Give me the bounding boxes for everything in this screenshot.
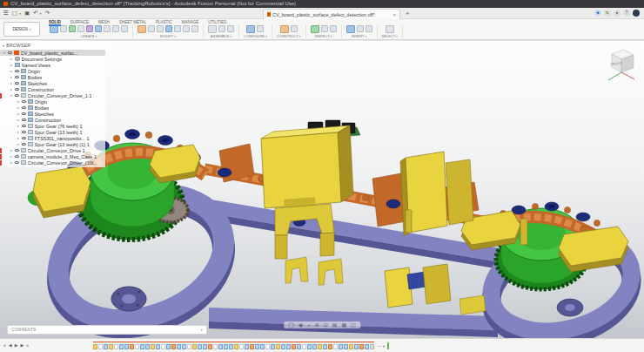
sweep-icon[interactable] xyxy=(86,25,93,32)
browser-header[interactable]: ▾ BROWSER xyxy=(0,42,105,50)
tab-utilities[interactable]: UTILITIES xyxy=(208,20,226,24)
browser-item[interactable]: ▸Construction xyxy=(0,117,105,123)
notifications-bell-icon[interactable]: ● xyxy=(614,10,621,17)
browser-item[interactable]: ▸Bodies xyxy=(0,74,105,80)
expand-caret-icon[interactable]: ▸ xyxy=(10,154,13,159)
orbit-icon[interactable]: ◯ xyxy=(288,322,294,328)
timeline-marker[interactable] xyxy=(292,344,296,349)
visibility-eye-icon[interactable] xyxy=(15,94,19,97)
visibility-eye-icon[interactable] xyxy=(22,131,26,133)
look-at-icon[interactable]: ◉ xyxy=(299,322,303,328)
timeline-marker[interactable] xyxy=(276,344,280,349)
as-built-joint-icon[interactable] xyxy=(218,25,225,32)
configuration-table-icon[interactable] xyxy=(257,25,264,32)
browser-item[interactable]: ▸Circular_Conveyor_Drive 1 xyxy=(0,147,105,153)
timeline-marker[interactable] xyxy=(323,344,327,349)
press-pull-icon[interactable] xyxy=(138,25,146,33)
timeline-marker[interactable] xyxy=(187,344,191,349)
select-cursor-icon[interactable] xyxy=(386,25,394,33)
shell-icon[interactable] xyxy=(157,25,164,32)
visibility-eye-icon[interactable] xyxy=(15,149,19,152)
visibility-eye-icon[interactable] xyxy=(15,70,19,72)
browser-item[interactable]: ▸Named Views xyxy=(0,62,105,68)
timeline-marker[interactable] xyxy=(145,344,150,349)
visibility-eye-icon[interactable] xyxy=(15,82,19,85)
timeline-marker[interactable] xyxy=(213,344,218,349)
visibility-eye-icon[interactable] xyxy=(22,125,26,127)
expand-caret-icon[interactable]: ▸ xyxy=(17,130,20,134)
timeline-marker[interactable] xyxy=(286,344,291,349)
expand-caret-icon[interactable]: ▸ xyxy=(17,124,20,128)
timeline-marker[interactable] xyxy=(302,344,306,349)
hole-icon[interactable] xyxy=(104,25,111,32)
box-icon[interactable] xyxy=(121,25,128,32)
new-tab-button[interactable]: + xyxy=(406,10,410,18)
visibility-eye-icon[interactable] xyxy=(22,143,26,146)
model-canvas[interactable]: ▾ BROWSER ▾CV_board_plastic_surfac...▸Do… xyxy=(0,41,644,338)
visibility-eye-icon[interactable] xyxy=(22,100,26,103)
split-body-icon[interactable] xyxy=(183,25,190,32)
step-back-icon[interactable]: ◀ xyxy=(9,343,12,348)
visibility-eye-icon[interactable] xyxy=(15,161,19,164)
extrude-icon[interactable] xyxy=(69,25,76,32)
display-settings-icon[interactable]: ▤ xyxy=(332,322,338,328)
timeline-marker[interactable] xyxy=(98,344,103,349)
visibility-eye-icon[interactable] xyxy=(15,88,19,91)
timeline-marker[interactable] xyxy=(349,344,353,349)
timeline-marker[interactable] xyxy=(239,344,244,349)
measure-icon[interactable] xyxy=(311,25,319,33)
timeline-marker[interactable] xyxy=(354,344,359,349)
visibility-eye-icon[interactable] xyxy=(15,76,19,78)
timeline-marker[interactable] xyxy=(166,344,171,349)
insert-derive-icon[interactable] xyxy=(346,25,355,33)
timeline-marker[interactable] xyxy=(255,344,259,349)
timeline-marker[interactable] xyxy=(151,344,155,349)
fillet-icon[interactable] xyxy=(148,25,155,32)
timeline-marker[interactable] xyxy=(370,344,374,349)
timeline-zoom-in-icon[interactable]: + xyxy=(382,343,385,349)
move-copy-icon[interactable] xyxy=(191,25,198,32)
expand-caret-icon[interactable]: ▸ xyxy=(10,87,13,91)
browser-item[interactable]: ▸Sketches xyxy=(0,80,105,86)
joint-icon[interactable] xyxy=(208,25,217,33)
timeline-marker[interactable] xyxy=(265,344,270,349)
fit-icon[interactable]: ⊡ xyxy=(324,322,328,328)
timeline-marker[interactable] xyxy=(192,344,197,349)
redo-icon[interactable]: ↷ xyxy=(45,10,50,17)
timeline-marker[interactable] xyxy=(130,344,134,349)
timeline-marker[interactable] xyxy=(171,344,176,349)
timeline-marker[interactable] xyxy=(104,344,108,349)
browser-item[interactable]: ▸Construction xyxy=(0,86,105,92)
tab-surface[interactable]: SURFACE xyxy=(70,20,89,24)
timeline-marker[interactable] xyxy=(339,344,343,349)
group-inspect-label[interactable]: INSPECT xyxy=(315,33,332,38)
section-analysis-icon[interactable] xyxy=(330,25,337,32)
browser-item[interactable]: ▸Sketches xyxy=(0,111,105,117)
file-menu-caret-icon[interactable]: ▾ xyxy=(19,11,21,16)
tab-solid[interactable]: SOLID xyxy=(49,20,61,24)
expand-caret-icon[interactable]: ▸ xyxy=(10,81,13,85)
timeline-marker[interactable] xyxy=(229,344,233,349)
grid-settings-icon[interactable]: ▦ xyxy=(341,322,346,328)
tab-manage[interactable]: MANAGE xyxy=(182,20,199,24)
timeline-marker[interactable] xyxy=(297,344,301,349)
expand-caret-icon[interactable]: ▸ xyxy=(10,160,13,165)
expand-caret-icon[interactable]: ▸ xyxy=(10,63,13,67)
decal-icon[interactable] xyxy=(357,25,364,32)
timeline-marker[interactable] xyxy=(218,344,223,349)
configuration-icon[interactable] xyxy=(246,25,255,33)
expand-caret-icon[interactable]: ▸ xyxy=(10,148,13,152)
undo-icon[interactable]: ↶ xyxy=(33,10,37,17)
timeline-marker[interactable] xyxy=(250,344,254,349)
browser-item[interactable]: ▾Circular_Conveyor_Driver_1:1 xyxy=(0,92,105,98)
go-to-start-icon[interactable]: « xyxy=(3,343,6,348)
browser-item[interactable]: ▸Spur Gear (13 teeth) 1 xyxy=(0,129,105,135)
help-icon[interactable]: ? xyxy=(623,10,630,17)
visibility-eye-icon[interactable] xyxy=(22,106,26,109)
browser-item[interactable]: ▸FTS5301_nanopositio... 1 xyxy=(0,135,105,141)
group-create-label[interactable]: CREATE xyxy=(81,33,97,38)
timeline-marker[interactable] xyxy=(245,344,249,349)
timeline-marker[interactable] xyxy=(135,344,139,349)
visibility-eye-icon[interactable] xyxy=(22,137,26,139)
expand-caret-icon[interactable]: ▸ xyxy=(17,118,20,122)
